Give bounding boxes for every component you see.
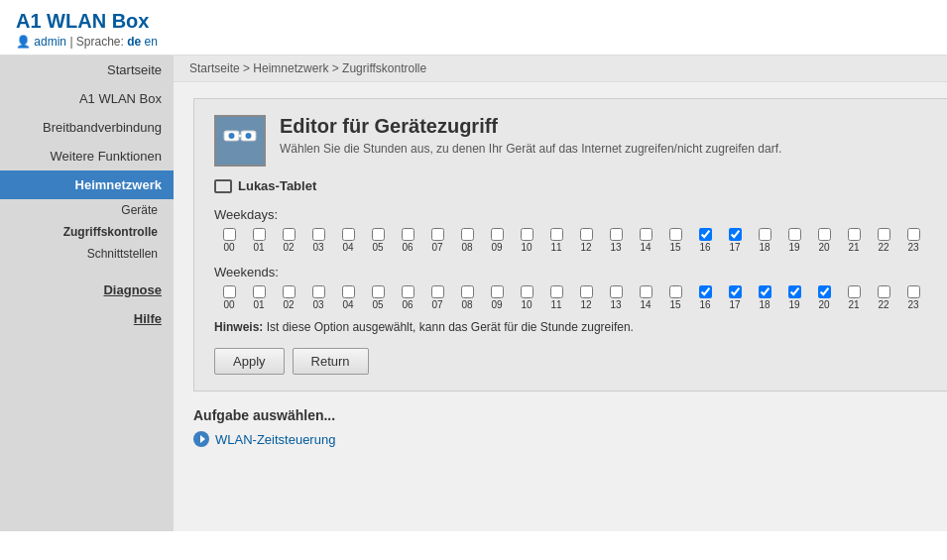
hour-label-06: 06 bbox=[402, 242, 413, 253]
hour-checkbox-19[interactable] bbox=[788, 285, 801, 298]
return-button[interactable]: Return bbox=[293, 348, 369, 375]
hour-checkbox-16[interactable] bbox=[699, 228, 712, 241]
hour-checkbox-00[interactable] bbox=[223, 285, 236, 298]
hour-checkbox-17[interactable] bbox=[729, 228, 742, 241]
hour-checkbox-13[interactable] bbox=[610, 228, 623, 241]
hour-label-03: 03 bbox=[312, 242, 323, 253]
hour-checkbox-01[interactable] bbox=[253, 285, 266, 298]
hour-checkbox-22[interactable] bbox=[878, 228, 890, 241]
sidebar-item-a1wlan[interactable]: A1 WLAN Box bbox=[0, 84, 174, 113]
hour-cell-15: 15 bbox=[660, 228, 690, 253]
lang-en-link[interactable]: en bbox=[145, 35, 158, 49]
hour-checkbox-06[interactable] bbox=[402, 285, 414, 298]
hour-cell-02: 02 bbox=[274, 228, 303, 253]
hour-cell-08: 08 bbox=[452, 285, 482, 310]
hour-checkbox-07[interactable] bbox=[431, 228, 444, 241]
hour-label-00: 00 bbox=[223, 242, 234, 253]
hour-label-02: 02 bbox=[283, 299, 294, 310]
sidebar-item-breitband[interactable]: Breitbandverbindung bbox=[0, 113, 174, 142]
hour-checkbox-16[interactable] bbox=[699, 285, 712, 298]
hour-cell-12: 12 bbox=[571, 285, 601, 310]
hour-cell-10: 10 bbox=[512, 285, 541, 310]
hour-checkbox-01[interactable] bbox=[253, 228, 266, 241]
hour-checkbox-11[interactable] bbox=[550, 285, 563, 298]
sidebar-item-geraete[interactable]: Geräte bbox=[0, 199, 174, 221]
hour-label-19: 19 bbox=[788, 299, 799, 310]
hour-label-17: 17 bbox=[729, 242, 740, 253]
hour-label-14: 14 bbox=[640, 242, 651, 253]
hour-checkbox-09[interactable] bbox=[491, 228, 504, 241]
sidebar-item-zugriffskontrolle[interactable]: Zugriffskontrolle bbox=[0, 221, 174, 243]
hour-checkbox-21[interactable] bbox=[848, 285, 861, 298]
hour-label-01: 01 bbox=[253, 242, 264, 253]
hour-cell-11: 11 bbox=[541, 285, 571, 310]
hour-checkbox-18[interactable] bbox=[759, 285, 771, 298]
hour-cell-09: 09 bbox=[482, 285, 512, 310]
hour-checkbox-04[interactable] bbox=[342, 285, 355, 298]
hour-label-11: 11 bbox=[550, 299, 561, 310]
device-name: Lukas-Tablet bbox=[238, 178, 316, 193]
hour-checkbox-11[interactable] bbox=[550, 228, 563, 241]
hour-checkbox-23[interactable] bbox=[907, 285, 920, 298]
hour-checkbox-10[interactable] bbox=[521, 228, 533, 241]
hour-cell-07: 07 bbox=[422, 228, 452, 253]
hour-checkbox-05[interactable] bbox=[372, 228, 385, 241]
main-content: Startseite > Heimnetzwerk > Zugriffskont… bbox=[174, 56, 947, 531]
hour-checkbox-20[interactable] bbox=[818, 285, 831, 298]
hour-label-01: 01 bbox=[253, 299, 264, 310]
hour-checkbox-12[interactable] bbox=[580, 285, 593, 298]
hour-checkbox-03[interactable] bbox=[312, 285, 325, 298]
hour-checkbox-12[interactable] bbox=[580, 228, 593, 241]
hour-checkbox-13[interactable] bbox=[610, 285, 623, 298]
hour-checkbox-15[interactable] bbox=[669, 228, 682, 241]
hour-checkbox-06[interactable] bbox=[402, 228, 414, 241]
sidebar-item-schnittstellen[interactable]: Schnittstellen bbox=[0, 243, 174, 265]
task-link-label: WLAN-Zeitsteuerung bbox=[215, 432, 335, 447]
hour-cell-04: 04 bbox=[333, 228, 363, 253]
hour-cell-09: 09 bbox=[482, 228, 512, 253]
hour-checkbox-05[interactable] bbox=[372, 285, 385, 298]
hour-checkbox-22[interactable] bbox=[878, 285, 890, 298]
sidebar-item-startseite[interactable]: Startseite bbox=[0, 56, 174, 84]
hour-checkbox-14[interactable] bbox=[640, 228, 652, 241]
hour-checkbox-08[interactable] bbox=[461, 285, 474, 298]
editor-header: Editor für Gerätezugriff Wählen Sie die … bbox=[214, 115, 928, 167]
hour-checkbox-14[interactable] bbox=[640, 285, 652, 298]
apply-button[interactable]: Apply bbox=[214, 348, 285, 375]
main-layout: Startseite A1 WLAN Box Breitbandverbindu… bbox=[0, 56, 947, 531]
user-link[interactable]: admin bbox=[34, 35, 66, 49]
hour-cell-10: 10 bbox=[512, 228, 541, 253]
hour-checkbox-23[interactable] bbox=[907, 228, 920, 241]
lang-de-link[interactable]: de bbox=[127, 35, 141, 49]
hour-checkbox-20[interactable] bbox=[818, 228, 831, 241]
hour-cell-18: 18 bbox=[750, 285, 779, 310]
hour-cell-22: 22 bbox=[869, 285, 898, 310]
hour-checkbox-19[interactable] bbox=[788, 228, 801, 241]
hour-label-14: 14 bbox=[640, 299, 651, 310]
hour-cell-11: 11 bbox=[541, 228, 571, 253]
hour-checkbox-07[interactable] bbox=[431, 285, 444, 298]
hour-checkbox-03[interactable] bbox=[312, 228, 325, 241]
sidebar-item-hilfe[interactable]: Hilfe bbox=[0, 303, 174, 332]
hour-checkbox-00[interactable] bbox=[223, 228, 236, 241]
hour-checkbox-08[interactable] bbox=[461, 228, 474, 241]
hour-checkbox-18[interactable] bbox=[759, 228, 771, 241]
hour-checkbox-02[interactable] bbox=[283, 228, 296, 241]
hour-label-00: 00 bbox=[223, 299, 234, 310]
hour-label-09: 09 bbox=[491, 242, 502, 253]
hour-checkbox-17[interactable] bbox=[729, 285, 742, 298]
hour-checkbox-02[interactable] bbox=[283, 285, 296, 298]
hour-cell-13: 13 bbox=[601, 285, 631, 310]
hour-checkbox-21[interactable] bbox=[848, 228, 861, 241]
hour-checkbox-09[interactable] bbox=[491, 285, 504, 298]
hour-cell-03: 03 bbox=[303, 228, 333, 253]
hour-checkbox-15[interactable] bbox=[669, 285, 682, 298]
header-subtitle: 👤 admin | Sprache: de en bbox=[16, 35, 931, 49]
hour-checkbox-04[interactable] bbox=[342, 228, 355, 241]
task-link-wlan[interactable]: WLAN-Zeitsteuerung bbox=[193, 431, 947, 447]
sidebar-item-diagnose[interactable]: Diagnose bbox=[0, 275, 174, 303]
hour-label-20: 20 bbox=[818, 299, 829, 310]
sidebar-item-heimnetzwerk[interactable]: Heimnetzwerk bbox=[0, 170, 174, 199]
sidebar-item-weitere[interactable]: Weitere Funktionen bbox=[0, 142, 174, 170]
hour-checkbox-10[interactable] bbox=[521, 285, 533, 298]
